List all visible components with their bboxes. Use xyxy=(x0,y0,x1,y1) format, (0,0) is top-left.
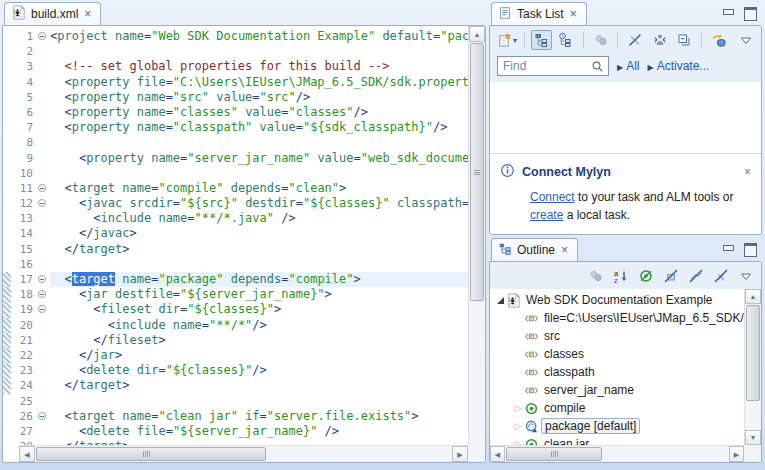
minimize-icon[interactable] xyxy=(722,243,734,254)
scroll-right-icon[interactable]: ▶ xyxy=(729,446,744,462)
code-line[interactable]: 1<project name="Web SDK Documentation Ex… xyxy=(3,29,468,44)
outline-item[interactable]: Web SDK Documentation Example xyxy=(490,291,744,309)
code-line[interactable]: 9 <property name="server_jar_name" value… xyxy=(3,151,468,166)
outline-item[interactable]: src xyxy=(490,327,744,345)
view-menu-button[interactable] xyxy=(735,266,757,286)
collapse-marker-icon[interactable] xyxy=(38,275,46,283)
code-editor[interactable]: 1<project name="Web SDK Documentation Ex… xyxy=(2,25,486,463)
code-text[interactable]: <target name="package" depends="compile"… xyxy=(50,272,468,287)
code-line[interactable]: 7 <property name="classpath" value="${sd… xyxy=(3,120,468,135)
code-line[interactable]: 15 </target> xyxy=(3,242,468,257)
code-text[interactable]: <property name="src" value="src"/> xyxy=(50,90,468,105)
scheduled-view-button[interactable] xyxy=(555,30,577,50)
tree-expander-icon[interactable] xyxy=(494,297,506,304)
focus-workweek-button[interactable] xyxy=(590,30,612,50)
code-line[interactable]: 25 xyxy=(3,394,468,409)
mylyn-link[interactable]: create xyxy=(530,208,563,222)
code-line[interactable]: 2 xyxy=(3,44,468,59)
code-text[interactable]: <!-- set global properties for this buil… xyxy=(50,59,468,74)
focus-button[interactable] xyxy=(585,266,607,286)
scroll-left-icon[interactable]: ◀ xyxy=(490,446,505,462)
code-line[interactable]: 5 <property name="src" value="src"/> xyxy=(3,90,468,105)
code-text[interactable]: <jar destfile="${server_jar_name}"> xyxy=(50,287,468,302)
code-line[interactable]: 4 <property file="C:\Users\IEUser\JMap_6… xyxy=(3,75,468,90)
find-input[interactable] xyxy=(498,57,584,75)
categorized-view-button[interactable] xyxy=(531,30,553,50)
code-text[interactable] xyxy=(50,135,468,150)
tab-task-list[interactable]: Task List × xyxy=(491,2,587,25)
outline-vscroll-thumb[interactable] xyxy=(746,305,760,401)
code-line[interactable]: 14 </javac> xyxy=(3,226,468,241)
scroll-up-icon[interactable]: ▲ xyxy=(745,289,761,304)
code-text[interactable]: </target> xyxy=(50,242,468,257)
sort-button[interactable]: az xyxy=(610,266,632,286)
code-line[interactable]: 20 <include name="**/*"/> xyxy=(3,318,468,333)
code-line[interactable]: 6 <property name="classes" value="classe… xyxy=(3,105,468,120)
code-text[interactable]: </jar> xyxy=(50,348,468,363)
code-line[interactable]: 18 <jar destfile="${server_jar_name}"> xyxy=(3,287,468,302)
code-line[interactable]: 17 <target name="package" depends="compi… xyxy=(3,272,468,287)
code-text[interactable] xyxy=(50,257,468,272)
hide-completed-button[interactable] xyxy=(624,30,646,50)
editor-vscroll-thumb[interactable] xyxy=(470,43,484,301)
collapse-marker-icon[interactable] xyxy=(38,184,46,192)
code-line[interactable]: 8 xyxy=(3,135,468,150)
scroll-right-icon[interactable]: ▶ xyxy=(452,446,468,462)
all-filter-link[interactable]: ▶All xyxy=(617,59,640,73)
mylyn-close-icon[interactable]: × xyxy=(744,165,751,179)
code-text[interactable]: <property name="server_jar_name" value="… xyxy=(50,151,468,166)
code-text[interactable]: </fileset> xyxy=(50,333,468,348)
code-line[interactable]: 26 <target name="clean jar" if="server.f… xyxy=(3,409,468,424)
code-line[interactable]: 23 <delete dir="${classes}"/> xyxy=(3,363,468,378)
maximize-icon[interactable] xyxy=(744,243,756,254)
code-text-area[interactable]: 1<project name="Web SDK Documentation Ex… xyxy=(3,26,468,445)
outline-item[interactable]: ▷package [default] xyxy=(490,417,744,435)
outline-item[interactable]: ▷clean jar xyxy=(490,435,744,445)
hide-imported-elements-button[interactable] xyxy=(685,266,707,286)
code-text[interactable]: </target> xyxy=(50,378,468,393)
tab-outline[interactable]: Outline × xyxy=(491,238,578,261)
code-text[interactable] xyxy=(50,166,468,181)
code-text[interactable]: <delete file="${server_jar_name}" /> xyxy=(50,424,468,439)
code-text[interactable]: <property file="C:\Users\IEUser\JMap_6.5… xyxy=(50,75,468,90)
outline-horizontal-scrollbar[interactable]: ◀ ▶ xyxy=(490,445,744,462)
code-text[interactable]: <javac srcdir="${src}" destdir="${classe… xyxy=(50,196,468,211)
outline-item[interactable]: ▷compile xyxy=(490,399,744,417)
code-text[interactable]: <target name="compile" depends="clean"> xyxy=(50,181,468,196)
scroll-up-icon[interactable]: ▲ xyxy=(469,26,485,42)
mylyn-link[interactable]: Connect xyxy=(530,190,575,204)
task-list-close-icon[interactable]: × xyxy=(569,8,578,20)
outline-item[interactable]: classes xyxy=(490,345,744,363)
code-line[interactable]: 21 </fileset> xyxy=(3,333,468,348)
outline-tree[interactable]: Web SDK Documentation Examplefile=C:\Use… xyxy=(490,289,744,445)
code-line[interactable]: 13 <include name="**/*.java" /> xyxy=(3,211,468,226)
collapse-marker-icon[interactable] xyxy=(38,412,46,420)
code-text[interactable]: <include name="**/*"/> xyxy=(50,318,468,333)
tree-expander-icon[interactable]: ▷ xyxy=(512,403,524,413)
hide-internal-targets-button[interactable] xyxy=(660,266,682,286)
code-line[interactable]: 12 <javac srcdir="${src}" destdir="${cla… xyxy=(3,196,468,211)
synchronize-button[interactable] xyxy=(708,30,730,50)
activate-link[interactable]: ▶Activate... xyxy=(648,59,710,73)
outline-item[interactable]: server_jar_name xyxy=(490,381,744,399)
outline-item[interactable]: file=C:\Users\IEUser\JMap_6.5_SDK/s xyxy=(490,309,744,327)
scroll-left-icon[interactable]: ◀ xyxy=(19,446,35,462)
code-text[interactable]: </javac> xyxy=(50,226,468,241)
code-line[interactable]: 22 </jar> xyxy=(3,348,468,363)
editor-tab-close-icon[interactable]: × xyxy=(83,8,92,20)
code-line[interactable]: 3 <!-- set global properties for this bu… xyxy=(3,59,468,74)
link-with-editor-button[interactable] xyxy=(635,266,657,286)
outline-item[interactable]: classpath xyxy=(490,363,744,381)
editor-hscroll-thumb[interactable] xyxy=(36,447,266,461)
filter-owner-button[interactable] xyxy=(649,30,671,50)
code-text[interactable] xyxy=(50,44,468,59)
minimize-icon[interactable] xyxy=(722,7,734,18)
collapse-marker-icon[interactable] xyxy=(38,32,46,40)
code-line[interactable]: 19 <fileset dir="${classes}"> xyxy=(3,302,468,317)
outline-close-icon[interactable]: × xyxy=(560,244,569,256)
editor-vertical-scrollbar[interactable]: ▲ ▼ xyxy=(468,26,485,462)
code-text[interactable]: <delete dir="${classes}"/> xyxy=(50,363,468,378)
tree-expander-icon[interactable]: ▷ xyxy=(512,421,524,431)
collapse-marker-icon[interactable] xyxy=(38,199,46,207)
new-task-button[interactable]: ▾ xyxy=(496,30,518,50)
